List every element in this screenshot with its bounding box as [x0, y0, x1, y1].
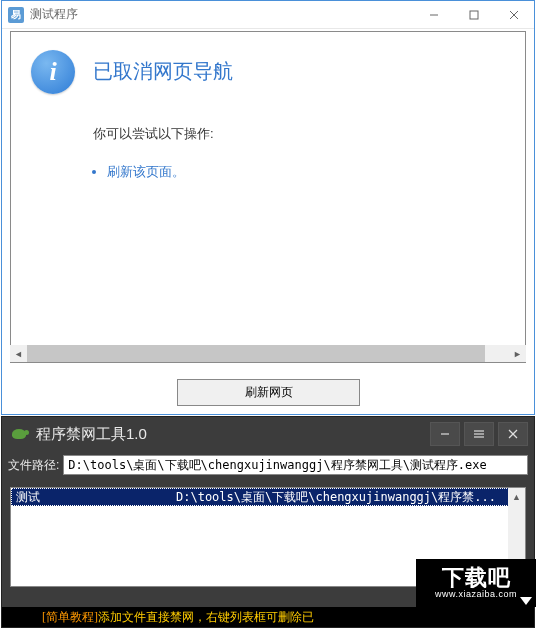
scroll-up-arrow-icon[interactable]: ▲: [508, 488, 525, 505]
app-icon: 易: [8, 7, 24, 23]
turtle-icon: [10, 427, 28, 441]
list-item-name: 测试: [16, 489, 176, 506]
minimize-button[interactable]: [414, 1, 454, 29]
file-path-label: 文件路径:: [8, 457, 59, 474]
window-controls: [430, 422, 534, 446]
window-controls: [414, 1, 534, 29]
close-button[interactable]: [498, 422, 528, 446]
list-item[interactable]: 测试 D:\tools\桌面\下载吧\chengxujinwanggj\程序禁.…: [11, 488, 525, 506]
close-button[interactable]: [494, 1, 534, 29]
error-subtext: 你可以尝试以下操作:: [93, 125, 505, 143]
titlebar[interactable]: 程序禁网工具1.0: [2, 417, 534, 451]
refresh-webpage-button[interactable]: 刷新网页: [177, 379, 360, 406]
info-icon: i: [31, 50, 75, 94]
menu-button[interactable]: [464, 422, 494, 446]
svg-rect-1: [470, 11, 478, 19]
error-heading: 已取消网页导航: [93, 58, 505, 85]
scroll-track[interactable]: [27, 345, 509, 362]
list-item-path: D:\tools\桌面\下载吧\chengxujinwanggj\程序禁...: [176, 489, 520, 506]
test-program-window: 易 测试程序 i 已取消网页导航 你可以尝试以下操作: 刷新该页面。 ◄ ► 刷…: [1, 0, 535, 415]
status-text: [简单教程]添加文件直接禁网，右键列表框可删除已: [2, 609, 314, 626]
download-arrow-icon: [520, 597, 532, 605]
minimize-button[interactable]: [430, 422, 460, 446]
scroll-thumb[interactable]: [27, 345, 485, 362]
browser-pane: i 已取消网页导航 你可以尝试以下操作: 刷新该页面。: [10, 31, 526, 363]
file-path-input[interactable]: [63, 455, 528, 475]
scroll-right-arrow-icon[interactable]: ►: [509, 345, 526, 362]
window-title: 程序禁网工具1.0: [36, 425, 430, 444]
status-bar: [简单教程]添加文件直接禁网，右键列表框可删除已: [2, 607, 534, 627]
navigation-error: i 已取消网页导航 你可以尝试以下操作: 刷新该页面。: [11, 32, 525, 181]
refresh-page-link[interactable]: 刷新该页面。: [107, 163, 505, 181]
titlebar[interactable]: 易 测试程序: [2, 1, 534, 29]
file-path-row: 文件路径:: [2, 451, 534, 479]
watermark-logo: 下载吧 www.xiazaiba.com: [416, 559, 536, 607]
maximize-button[interactable]: [454, 1, 494, 29]
window-title: 测试程序: [30, 6, 414, 23]
scroll-left-arrow-icon[interactable]: ◄: [10, 345, 27, 362]
horizontal-scrollbar[interactable]: ◄ ►: [10, 345, 526, 362]
